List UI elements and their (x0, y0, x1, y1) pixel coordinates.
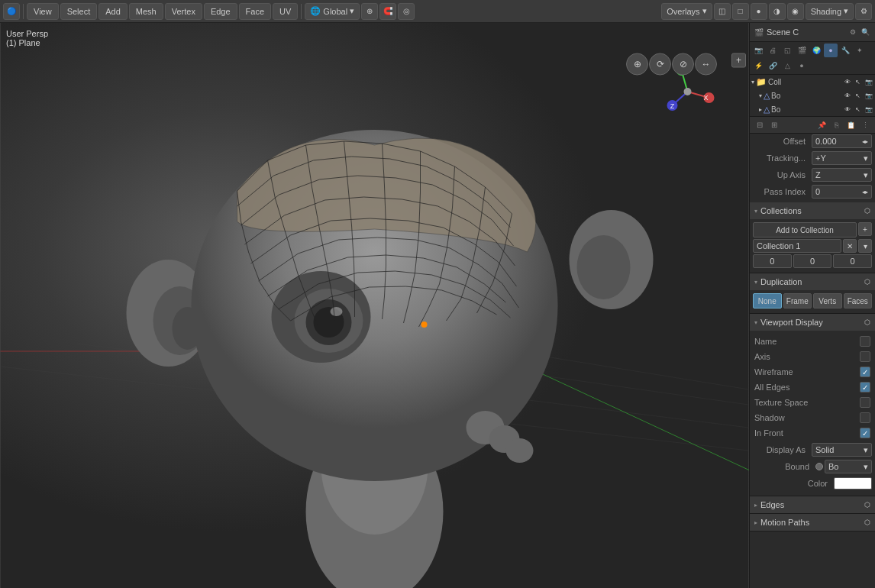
mode-icon: 🌐 (310, 6, 321, 16)
paste-icon[interactable]: 📋 (844, 118, 857, 132)
eye-icon2[interactable]: 👁 (842, 91, 852, 101)
modifier-icon[interactable]: 🔧 (838, 44, 852, 57)
bound-color-dot[interactable] (815, 463, 823, 470)
object-icon[interactable]: ● (824, 44, 838, 57)
vertical-layout-icon[interactable]: ⊟ (753, 118, 767, 132)
bound-dropdown[interactable]: Bo ▾ (825, 460, 872, 473)
proportional-edit[interactable]: ◎ (398, 3, 415, 20)
view-menu[interactable]: View (27, 3, 59, 20)
display-as-dropdown[interactable]: Solid ▾ (812, 443, 872, 457)
name-checkbox[interactable] (860, 336, 870, 347)
edges-label: Edges (760, 500, 784, 509)
viewport-display-header[interactable]: ▾ Viewport Display ⬡ (750, 314, 875, 331)
dup-none-btn[interactable]: None (753, 293, 782, 309)
transform-orientations[interactable]: ⊕ (361, 3, 378, 20)
constraints-icon[interactable]: 🔗 (766, 59, 780, 73)
view-layer-icon[interactable]: ◱ (780, 44, 794, 57)
chevron-down-icon: ▾ (844, 6, 848, 16)
wireframe-checkbox[interactable] (860, 367, 870, 377)
material-prop-icon[interactable]: ● (795, 59, 809, 73)
dup-frame-btn[interactable]: Frame (783, 293, 812, 309)
tree-coll[interactable]: ▾ 📁 Coll 👁 ↖ 📷 (750, 75, 875, 89)
outliner-icons: ⚙ 🔍 (848, 27, 870, 37)
num-box-1[interactable]: 0 (753, 254, 792, 268)
select-menu[interactable]: Select (60, 3, 98, 20)
add-menu[interactable]: Add (98, 3, 128, 20)
dup-verts-btn[interactable]: Verts (813, 293, 842, 309)
edges-header[interactable]: ▸ Edges ⬡ (750, 496, 875, 513)
color-swatch[interactable] (834, 477, 872, 489)
cursor-icon2[interactable]: ↖ (853, 91, 863, 101)
output-icon[interactable]: 🖨 (766, 44, 780, 57)
overlays-dropdown[interactable]: Overlays ▾ (661, 3, 712, 20)
render-properties-icon[interactable]: ⚙ (855, 3, 872, 20)
expand-all-icon2[interactable]: ⬡ (864, 278, 870, 286)
mesh-menu[interactable]: Mesh (129, 3, 163, 20)
num-box-2[interactable]: 0 (793, 254, 832, 268)
triangle-icon2: ▾ (754, 279, 757, 286)
dup-faces-btn[interactable]: Faces (844, 293, 873, 309)
pass-index-input[interactable]: 0 ◂▸ (812, 185, 872, 199)
rendered-icon[interactable]: ◉ (787, 3, 804, 20)
more-icon[interactable]: ⋮ (858, 118, 872, 132)
render-vis-icon[interactable]: 📷 (864, 77, 873, 87)
solid-icon[interactable]: ● (751, 3, 767, 20)
face-menu[interactable]: Face (239, 3, 271, 20)
edge-menu[interactable]: Edge (204, 3, 237, 20)
viewport[interactable]: X Y Z ⊕ ⟳ ⊘ ↔ (0, 23, 749, 588)
tree-bo2[interactable]: ▸ △ Bo 👁 ↖ 📷 (750, 102, 875, 116)
all-edges-checkbox[interactable] (860, 382, 870, 393)
search-icon[interactable]: 🔍 (860, 27, 870, 37)
main-content: X Y Z ⊕ ⟳ ⊘ ↔ (0, 23, 875, 588)
tracking-dropdown[interactable]: +Y ▾ (812, 151, 872, 165)
collections-header[interactable]: ▾ Collections ⬡ (750, 202, 875, 219)
wireframe-icon[interactable]: □ (732, 3, 749, 20)
xray-icon[interactable]: ◫ (714, 3, 731, 20)
copy-icon[interactable]: ⎘ (829, 118, 843, 132)
display-as-row: Display As Solid ▾ (753, 442, 872, 457)
material-icon[interactable]: ◑ (769, 3, 786, 20)
expand-edges-icon[interactable]: ⬡ (864, 501, 870, 509)
collection-options-btn[interactable]: ▾ (858, 239, 872, 253)
axis-checkbox[interactable] (860, 351, 870, 362)
offset-input[interactable]: 0.000 ◂▸ (812, 134, 872, 148)
world-icon[interactable]: 🌍 (809, 44, 823, 57)
collection-item-row: Collection 1 ✕ ▾ (753, 239, 872, 253)
up-axis-dropdown[interactable]: Z ▾ (812, 168, 872, 182)
shading-dropdown[interactable]: Shading ▾ (806, 3, 854, 20)
remove-collection-btn[interactable]: ✕ (843, 239, 857, 253)
filter-icon[interactable]: ⚙ (848, 27, 858, 37)
scene-prop-icon[interactable]: 🎬 (795, 44, 809, 57)
eye-icon[interactable]: 👁 (842, 77, 852, 87)
vertex-menu[interactable]: Vertex (165, 3, 202, 20)
num-box-3[interactable]: 0 (833, 254, 872, 268)
physics-icon[interactable]: ⚡ (751, 59, 765, 73)
render-vis-icon3[interactable]: 📷 (864, 105, 873, 115)
mode-dropdown[interactable]: 🌐 Global ▾ (305, 3, 360, 20)
eye-icon3[interactable]: 👁 (842, 105, 852, 115)
snap-icon[interactable]: 🧲 (379, 3, 396, 20)
duplication-header[interactable]: ▾ Duplication ⬡ (750, 273, 875, 290)
cursor-icon3[interactable]: ↖ (853, 105, 863, 115)
collection-name-field[interactable]: Collection 1 (753, 239, 841, 253)
data-icon[interactable]: △ (780, 59, 794, 73)
collection-icon: 📁 (756, 77, 767, 87)
render-vis-icon2[interactable]: 📷 (864, 91, 873, 101)
render-icon[interactable]: 📷 (751, 44, 765, 57)
texture-space-checkbox[interactable] (860, 397, 870, 408)
motion-paths-header[interactable]: ▸ Motion Paths ⬡ (750, 514, 875, 531)
add-new-collection-btn[interactable]: + (858, 222, 872, 236)
uv-menu[interactable]: UV (273, 3, 298, 20)
horizontal-layout-icon[interactable]: ⊞ (767, 118, 781, 132)
cursor-icon[interactable]: ↖ (853, 77, 863, 87)
add-to-collection-btn[interactable]: Add to Collection (753, 222, 857, 237)
particles-icon[interactable]: ✦ (853, 44, 867, 57)
shadow-checkbox[interactable] (860, 412, 870, 423)
blender-icon[interactable]: 🔵 (3, 3, 20, 20)
expand-motion-icon[interactable]: ⬡ (864, 519, 870, 526)
expand-all-icon3[interactable]: ⬡ (864, 318, 870, 326)
tree-bo1[interactable]: ▾ △ Bo 👁 ↖ 📷 (750, 89, 875, 102)
pin-icon[interactable]: 📌 (815, 118, 828, 132)
in-front-checkbox[interactable] (860, 428, 870, 438)
expand-all-icon[interactable]: ⬡ (864, 207, 870, 215)
